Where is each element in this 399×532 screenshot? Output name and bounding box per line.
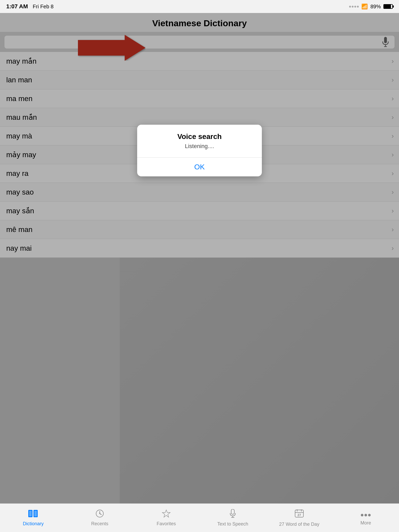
svg-point-23 [99,513,100,514]
status-right: 📶 89% [349,3,393,10]
status-date: Fri Feb 8 [33,4,54,9]
status-time-date: 1:07 AM Fri Feb 8 [6,3,54,10]
svg-point-34 [364,514,367,516]
tab-text-to-speech-label: Text to Speech [217,521,248,527]
tab-favorites-label: Favorites [157,521,176,527]
star-icon [162,509,171,520]
tab-text-to-speech[interactable]: Text to Speech [200,509,266,527]
svg-rect-19 [34,511,37,516]
dialog-message: Listening.... [143,143,256,150]
tab-word-of-day[interactable]: 27 27 Word of the Day [266,509,332,527]
svg-rect-17 [29,511,32,516]
tab-favorites[interactable]: Favorites [133,509,200,527]
voice-search-dialog: Voice search Listening.... OK [137,125,262,176]
status-time: 1:07 AM [6,3,28,10]
svg-point-33 [361,514,363,516]
battery-percentage: 89% [370,4,381,10]
calendar-icon: 27 [295,509,304,520]
svg-marker-24 [162,510,170,517]
battery-icon [383,4,393,9]
svg-text:27: 27 [297,513,301,517]
clock-icon [96,509,104,520]
books-icon [28,509,38,520]
svg-rect-25 [231,509,234,514]
dialog-ok-button[interactable]: OK [137,158,262,176]
signal-icon [349,6,359,8]
status-bar: 1:07 AM Fri Feb 8 📶 89% [0,0,399,13]
main-content: Vietnamese Dictionary [0,13,399,503]
svg-point-35 [368,514,371,516]
tab-dictionary[interactable]: Dictionary [0,509,66,527]
tab-recents-label: Recents [91,521,108,527]
more-dots-icon [361,510,371,519]
wifi-icon: 📶 [361,3,368,10]
tab-bar: Dictionary Recents Favorites [0,503,399,532]
tab-word-of-day-label: 27 Word of the Day [279,522,320,527]
tab-more[interactable]: More [332,510,399,526]
dialog-header: Voice search Listening.... [137,125,262,152]
tab-dictionary-label: Dictionary [23,521,44,527]
microphone-tab-icon [229,509,236,520]
tab-more-label: More [360,520,371,526]
dialog-title: Voice search [143,132,256,141]
dialog-overlay: Voice search Listening.... OK [0,13,399,503]
tab-recents[interactable]: Recents [66,509,133,527]
